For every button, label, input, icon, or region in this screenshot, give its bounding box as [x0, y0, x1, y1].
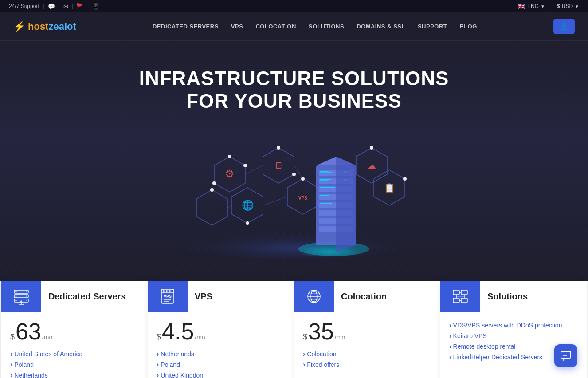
svg-line-10 [227, 205, 232, 208]
separator1: | [43, 3, 44, 9]
vps-link-uk: United Kingdom [157, 371, 285, 378]
svg-rect-40 [320, 171, 329, 172]
svg-rect-41 [320, 172, 333, 173]
topbar: 24/7 Support | 💬 | ✉ | 🚩 | 📱 🇬🇧 ENG ▼ | … [0, 0, 588, 12]
svg-text:☁: ☁ [367, 161, 376, 170]
svg-rect-44 [320, 187, 335, 188]
svg-point-60 [26, 295, 27, 297]
svg-marker-3 [196, 190, 227, 225]
nav-solutions[interactable]: SOLUTIONS [309, 23, 344, 30]
vps-currency: $ [157, 332, 161, 342]
vps-period: /mo [195, 334, 205, 341]
logo-part1: host [28, 21, 48, 32]
svg-point-59 [26, 291, 27, 292]
svg-text:🖥: 🖥 [274, 161, 283, 170]
dedicated-netherlands-link[interactable]: Netherlands [10, 371, 139, 378]
svg-rect-78 [461, 298, 467, 303]
dedicated-amount: 63 [16, 320, 41, 343]
colocation-colo-link[interactable]: Colocation [303, 350, 431, 358]
server-svg: ⚙ 🌐 VPS 🖥 ☁ 📋 [161, 130, 427, 259]
svg-line-11 [263, 197, 287, 205]
svg-point-61 [26, 300, 27, 301]
chat-button[interactable] [554, 344, 577, 367]
dedicated-servers-icon-box [1, 281, 41, 312]
solutions-title: Solutions [480, 291, 535, 302]
nav-domains-ssl[interactable]: DOMAINS & SSL [357, 23, 405, 30]
svg-rect-45 [320, 195, 329, 196]
svg-rect-46 [320, 203, 332, 204]
logo-link[interactable]: ⚡ hostzealot [13, 21, 76, 32]
svg-rect-77 [453, 298, 459, 303]
separator3: | [72, 3, 73, 9]
colocation-icon-box [294, 281, 334, 312]
nav-blog[interactable]: BLOG [459, 23, 477, 30]
svg-text:🌐: 🌐 [242, 199, 254, 211]
vps-title: VPS [188, 291, 220, 302]
svg-point-20 [292, 173, 296, 176]
nav-colocation[interactable]: COLOCATION [255, 23, 296, 30]
cards-section: Dedicated Servers $ 63 /mo United States… [0, 281, 588, 378]
vps-body: $ 4.5 /mo Netherlands Poland United King… [148, 312, 294, 378]
dollar-icon: $ [557, 3, 560, 9]
svg-text:📋: 📋 [384, 182, 395, 193]
separator4: | [87, 3, 89, 9]
dedicated-usa-link[interactable]: United States of America [10, 350, 139, 358]
colocation-links: Colocation Fixed offers [303, 350, 431, 369]
chat-icon: ✉ [63, 3, 68, 10]
svg-text:VPS: VPS [298, 196, 307, 201]
logo-icon: ⚡ [13, 21, 25, 32]
topbar-right: 🇬🇧 ENG ▼ | $ USD ▼ [518, 3, 579, 10]
colocation-currency: $ [303, 332, 307, 342]
solutions-icon [451, 287, 470, 306]
solutions-keitaro-link[interactable]: Keitaro VPS [449, 332, 578, 339]
dedicated-link-usa: United States of America [10, 350, 139, 358]
vps-card-header: VPS VPS [148, 281, 294, 312]
vps-poland-link[interactable]: Poland [157, 361, 285, 369]
dedicated-servers-title: Dedicated Servers [41, 291, 133, 302]
colocation-amount: 35 [308, 320, 334, 343]
svg-point-16 [212, 181, 216, 185]
svg-line-9 [245, 165, 263, 174]
nav-dedicated-servers[interactable]: DEDICATED SERVERS [153, 23, 219, 30]
svg-text:VPS: VPS [164, 294, 172, 299]
logo-part2: zealot [48, 21, 76, 32]
support-label: 24/7 Support [9, 3, 39, 9]
nav-vps[interactable]: VPS [231, 23, 243, 30]
vps-amount: 4.5 [162, 320, 194, 343]
svg-rect-76 [461, 290, 467, 295]
colocation-body: $ 35 /mo Colocation Fixed offers [294, 312, 440, 378]
vps-netherlands-link[interactable]: Netherlands [157, 350, 285, 358]
svg-point-18 [246, 221, 249, 225]
language-selector[interactable]: 🇬🇧 ENG ▼ [518, 3, 545, 10]
user-account-button[interactable]: 👤 [553, 19, 575, 34]
colocation-fixed-link[interactable]: Fixed offers [303, 361, 431, 369]
topbar-left: 24/7 Support | 💬 | ✉ | 🚩 | 📱 [9, 3, 99, 10]
svg-point-54 [16, 291, 17, 292]
colocation-price: $ 35 /mo [303, 320, 431, 343]
solutions-vds-link[interactable]: VDS/VPS servers with DDoS protection [449, 322, 578, 329]
vps-icon-box: VPS [148, 281, 188, 312]
vps-card: VPS VPS $ 4.5 /mo Netherlands [148, 281, 294, 378]
svg-point-19 [277, 146, 280, 150]
dedicated-poland-link[interactable]: Poland [10, 361, 139, 369]
hero-title: INFRASTRUCTURE SOLUTIONS FOR YOUR BUSINE… [117, 67, 471, 112]
currency-selector[interactable]: $ USD ▼ [557, 3, 579, 9]
language-label: ENG [527, 3, 539, 9]
server-icon [12, 287, 31, 306]
lang-chevron-icon: ▼ [541, 4, 545, 9]
nav-support[interactable]: SUPPORT [418, 23, 447, 30]
dedicated-servers-body: $ 63 /mo United States of America Poland… [1, 312, 148, 378]
social-icon: 📱 [92, 3, 99, 10]
hero-section: INFRASTRUCTURE SOLUTIONS FOR YOUR BUSINE… [0, 41, 588, 281]
colocation-icon [304, 287, 324, 306]
svg-point-21 [301, 177, 305, 181]
navbar: ⚡ hostzealot DEDICATED SERVERS VPS COLOC… [0, 12, 588, 41]
vps-uk-link[interactable]: United Kingdom [157, 371, 285, 378]
solutions-card-header: Solutions [440, 281, 587, 312]
vps-links: Netherlands Poland United Kingdom Estoni… [157, 350, 285, 378]
logo-text: hostzealot [28, 21, 76, 32]
svg-point-56 [16, 300, 17, 301]
svg-marker-50 [336, 157, 356, 252]
dedicated-servers-card: Dedicated Servers $ 63 /mo United States… [1, 281, 148, 378]
colocation-card-header: Colocation [294, 281, 440, 312]
